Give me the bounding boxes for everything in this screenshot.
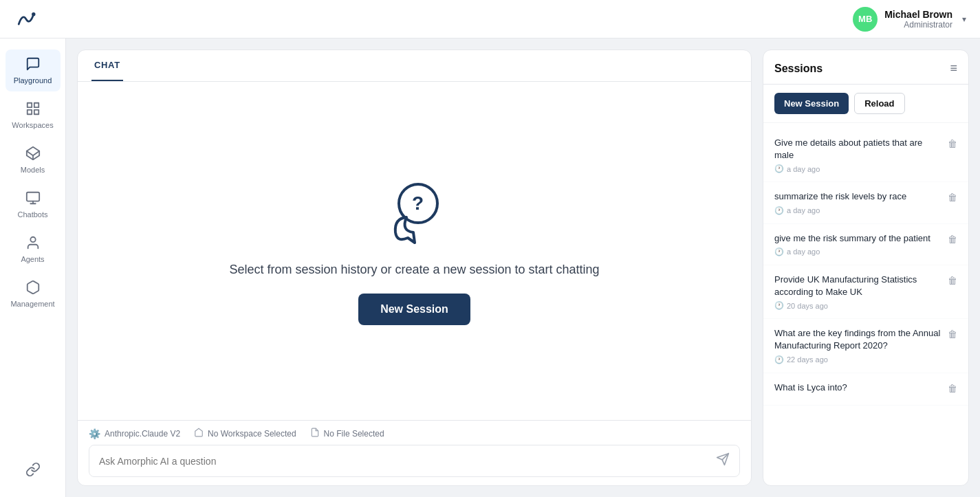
sessions-list: Give me details about patiets that are m… [763,123,968,485]
delete-icon[interactable]: 🗑 [948,234,957,245]
list-item[interactable]: give me the risk summary of the patient … [763,224,968,265]
reload-button[interactable]: Reload [854,93,904,114]
chat-footer: ⚙️ Anthropic.Claude V2 No Workspace Sele… [78,420,751,485]
user-role: Administrator [884,20,952,30]
session-content: What are the key findings from the Annua… [774,327,942,364]
chatbots-icon [25,190,41,208]
sidebar-item-playground[interactable]: Playground [6,49,61,91]
chat-input-wrapper [89,445,740,477]
app-header: MB Michael Brown Administrator ▾ [0,0,980,38]
sidebar-item-label-models: Models [21,166,45,174]
session-content: give me the risk summary of the patient … [774,232,942,256]
sidebar-item-label-chatbots: Chatbots [17,210,47,219]
sidebar-item-chatbots[interactable]: Chatbots [6,184,61,225]
file-icon [310,428,320,439]
new-session-button[interactable]: New Session [774,93,849,114]
svg-rect-4 [27,110,31,114]
chat-tabs: CHAT [78,50,751,82]
sidebar-item-label-agents: Agents [21,255,44,263]
list-item[interactable]: What are the key findings from the Annua… [763,319,968,373]
svg-rect-3 [34,110,38,114]
sidebar-item-label-playground: Playground [14,76,52,85]
session-time: 🕐 a day ago [774,247,942,256]
link-icon [25,462,41,479]
svg-point-0 [32,12,35,16]
chat-footer-meta: ⚙️ Anthropic.Claude V2 No Workspace Sele… [89,428,740,445]
content-area: CHAT ? Select from session history or cr… [66,38,980,497]
chat-prompt-text: Select from session history or create a … [229,263,599,277]
file-meta: No File Selected [310,428,384,439]
model-meta: ⚙️ Anthropic.Claude V2 [89,428,180,439]
svg-point-8 [30,237,35,242]
logo [14,7,39,32]
session-time-label: a day ago [787,206,820,214]
sidebar-item-agents[interactable]: Agents [6,228,61,270]
sidebar-item-models[interactable]: Models [6,139,61,181]
agents-icon [25,235,41,252]
sessions-header: Sessions ≡ [763,50,968,85]
new-session-button-center[interactable]: New Session [358,294,470,325]
sidebar-item-management[interactable]: Management [6,273,61,315]
management-icon [25,280,41,297]
session-text: summarize the risk levels by race [774,190,942,203]
session-content: summarize the risk levels by race 🕐 a da… [774,190,942,214]
user-info: Michael Brown Administrator [884,9,952,30]
avatar: MB [853,7,878,32]
session-time-label: a day ago [787,247,820,256]
session-time-label: 22 days ago [787,355,828,364]
session-time: 🕐 a day ago [774,206,942,215]
delete-icon[interactable]: 🗑 [948,192,957,203]
file-label: No File Selected [324,429,384,439]
logo-icon [14,7,39,32]
user-name: Michael Brown [884,9,952,20]
delete-icon[interactable]: 🗑 [948,275,957,286]
svg-text:?: ? [412,192,424,214]
playground-icon [25,56,41,74]
session-text: Provide UK Manufacturing Statistics acco… [774,274,942,298]
clock-icon: 🕐 [774,355,784,364]
user-menu[interactable]: MB Michael Brown Administrator ▾ [853,7,966,32]
clock-icon: 🕐 [774,301,784,310]
tab-chat[interactable]: CHAT [91,50,123,81]
delete-icon[interactable]: 🗑 [948,383,957,394]
sidebar-item-label-workspaces: Workspaces [12,121,53,129]
list-item[interactable]: summarize the risk levels by race 🕐 a da… [763,182,968,223]
session-content: Provide UK Manufacturing Statistics acco… [774,274,942,310]
session-text: give me the risk summary of the patient [774,232,942,245]
list-item[interactable]: What is Lyca into? 🗑 [763,373,968,406]
workspace-icon [194,428,204,439]
models-icon [25,146,41,163]
sidebar-item-label-management: Management [10,300,54,308]
delete-icon[interactable]: 🗑 [948,329,957,340]
session-time-label: a day ago [787,165,820,173]
gear-icon: ⚙️ [89,428,100,439]
menu-icon[interactable]: ≡ [950,61,957,76]
session-time-label: 20 days ago [787,302,828,310]
delete-icon[interactable]: 🗑 [948,138,957,149]
list-item[interactable]: Give me details about patiets that are m… [763,129,968,182]
sidebar-item-workspaces[interactable]: Workspaces [6,94,61,136]
main-layout: Playground Workspaces Models [0,38,980,497]
clock-icon: 🕐 [774,164,784,173]
sessions-panel: Sessions ≡ New Session Reload Give me de… [763,49,969,486]
session-content: Give me details about patiets that are m… [774,137,942,173]
svg-rect-7 [26,192,39,201]
model-label: Anthropic.Claude V2 [105,429,180,439]
workspaces-icon [25,101,41,118]
chat-illustration: ? [380,177,449,246]
list-item[interactable]: Provide UK Manufacturing Statistics acco… [763,265,968,319]
clock-icon: 🕐 [774,247,784,256]
session-time: 🕐 a day ago [774,164,942,173]
send-button[interactable] [716,452,730,470]
chat-body: ? Select from session history or create … [78,82,751,420]
session-text: What are the key findings from the Annua… [774,327,942,352]
chat-input[interactable] [99,456,716,467]
sidebar-item-link[interactable] [6,455,61,486]
chat-panel: CHAT ? Select from session history or cr… [77,49,752,486]
chevron-down-icon: ▾ [962,14,966,24]
session-time: 🕐 22 days ago [774,355,942,364]
session-time: 🕐 20 days ago [774,301,942,310]
svg-rect-1 [27,103,31,107]
workspace-meta: No Workspace Selected [194,428,296,439]
workspace-label: No Workspace Selected [208,429,296,439]
